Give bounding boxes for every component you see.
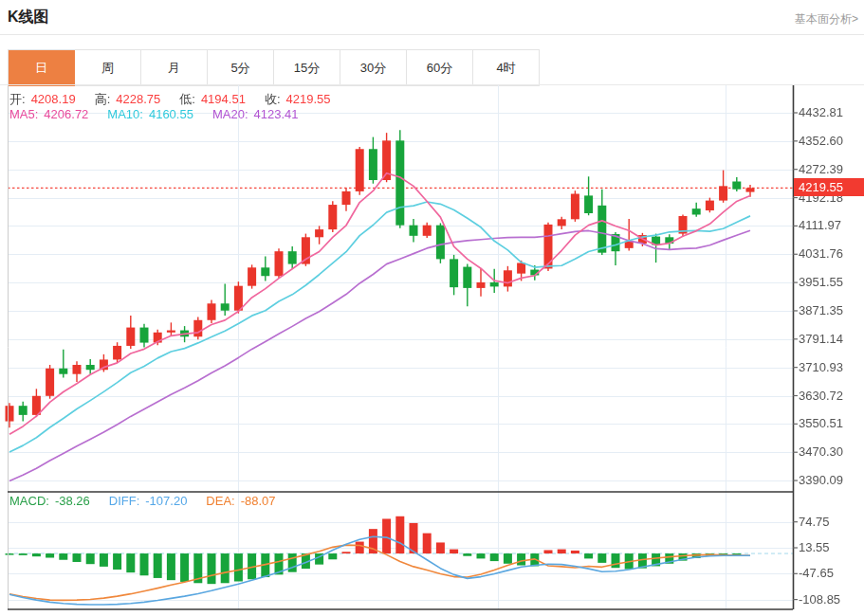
price-tick-label: 4432.81 [799,105,861,119]
kline-panel: K线图 基本面分析> 日周月5分15分30分60分4时 开:4208.19高:4… [0,0,864,616]
price-tick-label: 3470.30 [799,444,861,459]
price-tick-label: 4272.39 [799,162,861,176]
price-tick-label: 3791.14 [799,332,861,346]
diff-value: DIFF:-107.20 [109,494,193,508]
ma20-value: MA20:4123.41 [212,107,304,121]
price-tick-label: 4111.97 [799,218,861,232]
dea-value: DEA:-88.07 [206,494,281,508]
macd-tick-label: 13.55 [799,540,861,554]
price-tick-label: 3871.35 [799,303,861,317]
price-tick-label: 3630.72 [799,389,861,403]
price-tick-label: 3390.09 [799,473,861,487]
macd-tick-label: -47.65 [799,566,861,580]
macd-tick-label: -108.85 [799,592,861,607]
price-tick-label: 4352.60 [799,134,861,148]
ma-legend-row: MA5:4206.72MA10:4160.55MA20:4123.41 [9,107,318,121]
macd-legend-row: MACD:-38.26DIFF:-107.20DEA:-88.07 [9,494,295,508]
macd-tick-label: 74.75 [799,515,861,529]
ma5-value: MA5:4206.72 [9,107,94,121]
ohlc-row: 开:4208.19高:4228.75低:4194.51收:4219.55 [9,91,350,108]
current-price-tag: 4219.55 [794,178,864,196]
ohlc-open: 开:4208.19 [9,92,82,106]
price-tick-label: 3550.51 [799,416,861,430]
ohlc-high: 高:4228.75 [95,92,167,106]
price-tick-label: 3710.93 [799,360,861,374]
ma10-value: MA10:4160.55 [107,107,199,121]
price-tick-label: 3951.55 [799,275,861,289]
ohlc-low: 低:4194.51 [179,92,251,106]
price-tick-label: 4031.76 [799,246,861,261]
ohlc-close: 收:4219.55 [265,92,337,106]
macd-value: MACD:-38.26 [9,494,96,508]
